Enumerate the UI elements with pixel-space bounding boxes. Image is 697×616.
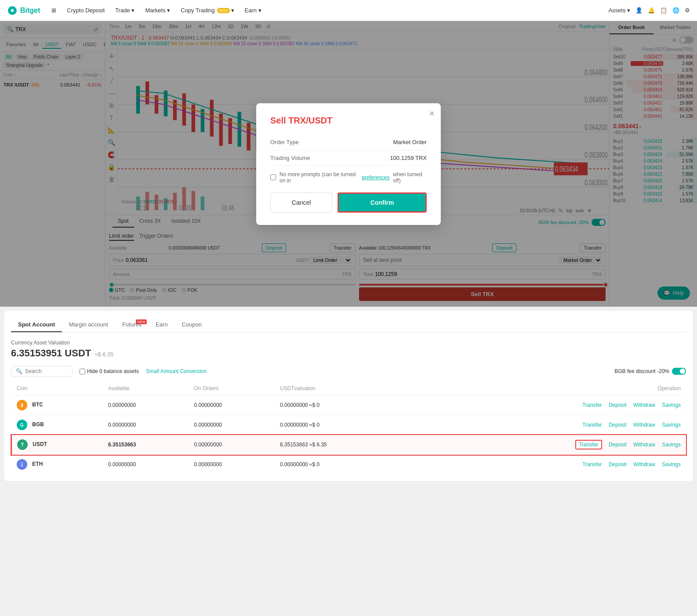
tab-spot-account[interactable]: Spot Account: [11, 318, 62, 332]
hide-zero-toggle[interactable]: Hide 0 balance assets: [80, 368, 139, 374]
logo[interactable]: Bitget: [7, 5, 40, 16]
btc-transfer-btn[interactable]: Transfer: [582, 402, 602, 408]
modal-checkbox-text: No more prompts (can be turned on in: [280, 171, 358, 184]
eth-transfer-btn[interactable]: Transfer: [582, 461, 602, 467]
usdt-usdt-val: 6.35153663 ≈$ 6.35: [275, 435, 403, 455]
asset-search-wrap: 🔍: [11, 366, 73, 377]
tab-futures[interactable]: Futures NEW: [115, 318, 149, 332]
bgb-deposit-btn[interactable]: Deposit: [609, 422, 627, 428]
eth-withdraw-btn[interactable]: Withdraw: [633, 461, 655, 467]
usdt-icon: T: [17, 439, 28, 450]
asset-search-input[interactable]: [25, 368, 68, 374]
futures-new-badge: NEW: [136, 319, 147, 324]
tab-margin-account[interactable]: Margin account: [62, 318, 115, 332]
nav-crypto-deposit[interactable]: Crypto Deposit: [62, 4, 109, 16]
btc-savings-btn[interactable]: Savings: [662, 402, 681, 408]
btc-operations: Transfer Deposit Withdraw Savings: [427, 395, 686, 415]
modal-no-prompts-checkbox[interactable]: [270, 174, 276, 180]
bgb-name: BGB: [32, 421, 44, 428]
nav-right-section: Assets ▾ 👤 🔔 📋 🌐 ⚙: [608, 7, 690, 14]
bgb-withdraw-btn[interactable]: Withdraw: [633, 422, 655, 428]
eth-savings-btn[interactable]: Savings: [662, 461, 681, 467]
bgb-available: 0.00000000: [103, 415, 189, 435]
bgb-discount-toggle[interactable]: [672, 368, 686, 375]
modal-cancel-btn[interactable]: Cancel: [270, 192, 332, 213]
nav-bell-icon[interactable]: 🔔: [648, 7, 655, 14]
btc-withdraw-btn[interactable]: Withdraw: [633, 402, 655, 408]
asset-toolbar: 🔍 Hide 0 balance assets Small Amount Con…: [11, 366, 686, 377]
top-navigation: Bitget ⊞ Crypto Deposit Trade ▾ Markets …: [0, 0, 697, 21]
btc-available: 0.00000000: [103, 395, 189, 415]
new-badge: NEW: [217, 8, 230, 13]
usdt-savings-btn[interactable]: Savings: [662, 442, 681, 448]
table-row-usdt: T USDT 6.35153663 0.00000000 6.35153663 …: [11, 435, 686, 455]
modal-volume-value: 100.1259 TRX: [390, 155, 427, 161]
modal-buttons: Cancel Confirm: [270, 192, 427, 213]
modal-title: Sell TRX/USDT: [270, 116, 427, 126]
bgb-empty: [403, 415, 427, 435]
account-tabs: Spot Account Margin account Futures NEW …: [11, 318, 686, 333]
table-row-bgb: G BGB 0.00000000 0.00000000 0.00000000 ≈…: [11, 415, 686, 435]
bgb-icon: G: [17, 420, 27, 430]
col-coin: Coin: [11, 382, 103, 395]
eth-available: 0.00000000: [103, 455, 189, 475]
valuation-label: Currency Asset Valuation: [11, 340, 686, 346]
col-usdt-val: USDTvaluation: [275, 382, 403, 395]
modal-order-type-value: Market Order: [393, 139, 427, 145]
col-on-orders: On Orders: [189, 382, 275, 395]
nav-markets[interactable]: Markets ▾: [141, 4, 174, 16]
search-icon: 🔍: [16, 368, 22, 374]
btc-usdt-val: 0.00000000 ≈$ 0: [275, 395, 403, 415]
hide-zero-checkbox[interactable]: [80, 369, 85, 374]
eth-deposit-btn[interactable]: Deposit: [609, 461, 627, 467]
bgb-transfer-btn[interactable]: Transfer: [582, 422, 602, 428]
nav-trade[interactable]: Trade ▾: [111, 4, 139, 16]
coin-cell-bgb: G BGB: [11, 415, 103, 435]
bgb-discount-label: BGB fee discount -20%: [614, 368, 669, 374]
modal-preferences-link[interactable]: preferences: [362, 174, 389, 181]
bgb-usdt-val: 0.00000000 ≈$ 0: [275, 415, 403, 435]
btc-name: BTC: [32, 402, 43, 408]
bgb-operations: Transfer Deposit Withdraw Savings: [427, 415, 686, 435]
coin-cell-eth: Ξ ETH: [11, 455, 103, 475]
nav-assets[interactable]: Assets ▾: [608, 7, 630, 14]
btc-deposit-btn[interactable]: Deposit: [609, 402, 627, 408]
modal-volume-row: Trading Volume 100.1259 TRX: [270, 150, 427, 166]
eth-on-orders: 0.00000000: [189, 455, 275, 475]
eth-operations: Transfer Deposit Withdraw Savings: [427, 455, 686, 475]
usdt-withdraw-btn[interactable]: Withdraw: [633, 442, 655, 448]
col-available: Available: [103, 382, 189, 395]
modal-confirm-btn[interactable]: Confirm: [338, 192, 427, 213]
asset-valuation: Currency Asset Valuation 6.35153951 USDT…: [11, 340, 686, 359]
usdt-deposit-btn[interactable]: Deposit: [609, 442, 627, 448]
bgb-discount-row: BGB fee discount -20%: [614, 368, 686, 375]
coin-cell-btc: ₿ BTC: [11, 395, 103, 415]
usdt-on-orders: 0.00000000: [189, 435, 275, 455]
tab-earn[interactable]: Earn: [149, 318, 174, 332]
nav-grid-icon[interactable]: ⊞: [47, 4, 61, 16]
tab-coupon[interactable]: Coupon: [174, 318, 209, 332]
coin-cell-usdt: T USDT: [11, 435, 103, 455]
table-row-btc: ₿ BTC 0.00000000 0.00000000 0.00000000 ≈…: [11, 395, 686, 415]
btc-icon: ₿: [17, 400, 27, 410]
nav-profile-icon[interactable]: 👤: [635, 7, 643, 14]
nav-earn[interactable]: Earn ▾: [240, 4, 266, 16]
table-header-row: Coin Available On Orders USDTvaluation O…: [11, 382, 686, 395]
col-empty: [403, 382, 427, 395]
nav-settings-icon[interactable]: ⚙: [685, 7, 690, 14]
btc-empty: [403, 395, 427, 415]
usdt-name: USDT: [33, 441, 47, 447]
modal-close-btn[interactable]: ✕: [429, 109, 435, 118]
trading-area: 🔍 ⇄ Favorites All USDT FIAT USDC BTC All…: [0, 21, 697, 307]
nav-copy-trading[interactable]: Copy Trading NEW ▾: [176, 4, 238, 16]
btc-on-orders: 0.00000000: [189, 395, 275, 415]
nav-document-icon[interactable]: 📋: [660, 7, 667, 14]
nav-globe-icon[interactable]: 🌐: [672, 7, 679, 14]
usdt-transfer-btn[interactable]: Transfer: [575, 440, 602, 449]
small-conversion-btn[interactable]: Small Amount Conversion: [146, 368, 207, 374]
modal-overlay: ✕ Sell TRX/USDT Order Type Market Order …: [0, 21, 697, 307]
sell-confirm-modal: ✕ Sell TRX/USDT Order Type Market Order …: [256, 103, 441, 225]
usdt-empty: [403, 435, 427, 455]
bgb-savings-btn[interactable]: Savings: [662, 422, 681, 428]
modal-checkbox-text2: when turned off): [393, 171, 427, 184]
